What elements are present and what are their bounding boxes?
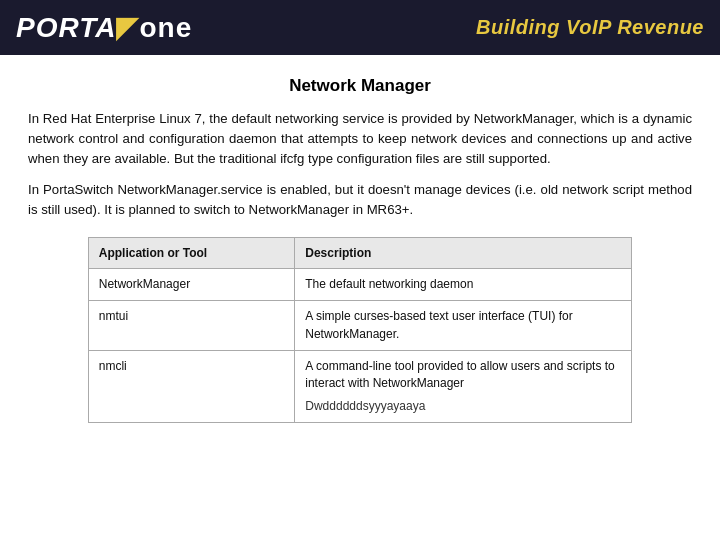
table-row: NetworkManagerThe default networking dae… (88, 268, 631, 300)
table-header-row: Application or Tool Description (88, 237, 631, 268)
table-cell-desc: A command-line tool provided to allow us… (295, 350, 632, 422)
table-cell-desc: A simple curses-based text user interfac… (295, 301, 632, 351)
col-desc-header: Description (295, 237, 632, 268)
logo-one: one (139, 12, 192, 43)
paragraph-1: In Red Hat Enterprise Linux 7, the defau… (28, 109, 692, 170)
tagline: Building VoIP Revenue (476, 16, 704, 39)
paragraph-2: In PortaSwitch NetworkManager.service is… (28, 180, 692, 221)
logo-bolt: ◤ (116, 12, 139, 43)
table-cell-app: nmtui (88, 301, 295, 351)
table-cell-app: nmcli (88, 350, 295, 422)
main-content: Network Manager In Red Hat Enterprise Li… (0, 55, 720, 439)
logo: PORTA◤one (16, 11, 192, 44)
logo-text: PORTA◤one (16, 11, 192, 44)
header: PORTA◤one Building VoIP Revenue (0, 0, 720, 55)
tools-table: Application or Tool Description NetworkM… (88, 237, 632, 423)
table-row: nmtuiA simple curses-based text user int… (88, 301, 631, 351)
table-cell-desc: The default networking daemon (295, 268, 632, 300)
table-cell-app: NetworkManager (88, 268, 295, 300)
table-cell-extra: Dwddddddsyyyayaaya (305, 398, 621, 415)
page-title: Network Manager (28, 73, 692, 99)
col-app-header: Application or Tool (88, 237, 295, 268)
table-row: nmcliA command-line tool provided to all… (88, 350, 631, 422)
